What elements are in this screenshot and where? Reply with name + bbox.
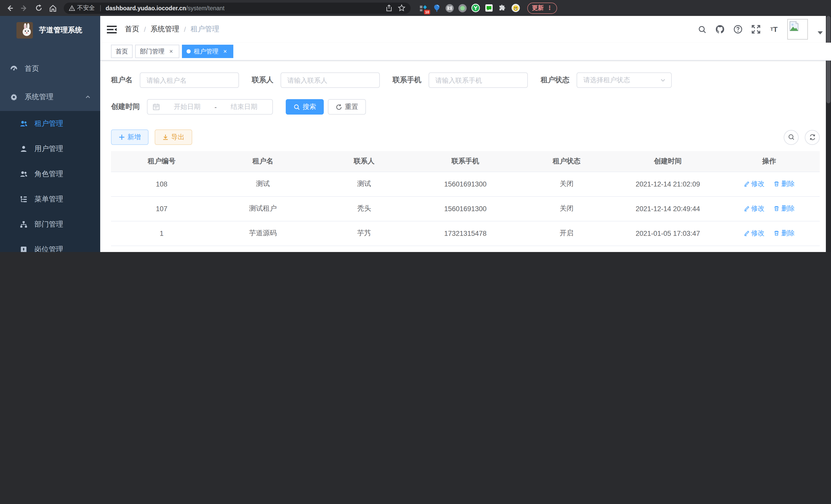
user-menu-caret-icon[interactable] xyxy=(818,31,823,34)
badge-icon xyxy=(20,245,28,252)
edit-icon xyxy=(743,230,749,236)
user-icon xyxy=(20,145,28,153)
extension-command-icon[interactable] xyxy=(446,4,454,12)
breadcrumb-home[interactable]: 首页 xyxy=(125,25,139,34)
breadcrumb: 首页 / 系统管理 / 租户管理 xyxy=(125,25,220,34)
delete-link[interactable]: 删除 xyxy=(774,229,795,238)
tenant-name-label: 租户名 xyxy=(111,76,133,85)
table-row: 107 测试租户 秃头 15601691300 关闭 2021-12-14 20… xyxy=(111,196,820,221)
header-search-icon[interactable] xyxy=(697,25,707,34)
navbar: 首页 / 系统管理 / 租户管理 TT xyxy=(100,16,831,42)
extension-yudao-icon[interactable] xyxy=(471,4,480,12)
font-size-icon[interactable]: TT xyxy=(769,25,779,34)
delete-link[interactable]: 删除 xyxy=(774,179,795,188)
browser-back-icon[interactable] xyxy=(4,2,16,13)
breadcrumb-current: 租户管理 xyxy=(191,25,220,34)
bookmark-star-icon[interactable] xyxy=(398,4,405,12)
col-tenant-name: 租户名 xyxy=(212,151,314,172)
close-icon[interactable]: × xyxy=(168,48,175,55)
avatar[interactable] xyxy=(787,19,808,39)
sidebar-collapse-icon[interactable] xyxy=(106,24,117,34)
users-icon xyxy=(20,170,28,178)
edit-icon xyxy=(743,181,749,187)
logo-image xyxy=(17,22,33,38)
sidebar-item-dept[interactable]: 部门管理 xyxy=(0,212,100,237)
col-tenant-id: 租户编号 xyxy=(111,151,212,172)
reset-button[interactable]: 重置 xyxy=(328,99,366,115)
extension-puzzle-icon[interactable] xyxy=(498,4,507,12)
tab-home[interactable]: 首页 xyxy=(111,45,133,58)
system-submenu: 租户管理 用户管理 角色管理 菜单管理 xyxy=(0,111,100,252)
page-content: 租户名 联系人 联系手机 租户状态 请选择租户状态 xyxy=(100,61,831,252)
browser-forward-icon[interactable] xyxy=(19,2,30,13)
browser-reload-icon[interactable] xyxy=(33,2,44,13)
sidebar-item-home[interactable]: 首页 xyxy=(0,55,100,83)
browser-extensions: 10 xyxy=(419,4,520,12)
plus-icon xyxy=(119,134,125,140)
mobile-input[interactable] xyxy=(429,72,528,88)
refresh-icon xyxy=(336,103,342,110)
browser-menu-dots-icon[interactable]: ⋮ xyxy=(547,5,552,11)
breadcrumb-system[interactable]: 系统管理 xyxy=(150,25,179,34)
start-date-placeholder: 开始日期 xyxy=(164,102,210,112)
col-contact: 联系人 xyxy=(314,151,415,172)
share-icon[interactable] xyxy=(385,4,393,11)
edit-link[interactable]: 修改 xyxy=(743,204,765,213)
github-icon[interactable] xyxy=(715,25,725,34)
trash-icon xyxy=(774,206,780,212)
sidebar-item-post[interactable]: 岗位管理 xyxy=(0,237,100,252)
refresh-table-button[interactable] xyxy=(805,130,820,145)
trash-icon xyxy=(774,181,780,187)
fullscreen-icon[interactable] xyxy=(751,25,761,34)
sidebar-item-menu[interactable]: 菜单管理 xyxy=(0,186,100,212)
extension-emoji-icon[interactable] xyxy=(511,4,520,12)
sidebar-item-tenant[interactable]: 租户管理 xyxy=(0,111,100,136)
active-tab-dot xyxy=(187,49,191,53)
browser-home-icon[interactable] xyxy=(47,2,59,13)
status-select[interactable]: 请选择租户状态 xyxy=(577,72,672,88)
delete-link[interactable]: 删除 xyxy=(774,204,795,213)
sidebar-menu: 首页 系统管理 租户管理 用户管理 xyxy=(0,55,100,252)
sidebar: 芋道管理系统 首页 系统管理 租户管理 xyxy=(0,16,100,252)
col-status: 租户状态 xyxy=(516,151,617,172)
omnibox-divider xyxy=(100,5,101,11)
extension-tabs-icon[interactable]: 10 xyxy=(419,4,428,12)
contact-input[interactable] xyxy=(281,72,380,88)
extension-badge: 10 xyxy=(424,10,430,14)
extension-recorder-icon[interactable] xyxy=(458,4,467,12)
app-title: 芋道管理系统 xyxy=(39,25,82,35)
refresh-icon xyxy=(809,134,816,141)
edit-link[interactable]: 修改 xyxy=(743,229,765,238)
sidebar-logo[interactable]: 芋道管理系统 xyxy=(0,16,100,44)
filter-row-2: 创建时间 开始日期 - 结束日期 搜索 xyxy=(111,99,820,115)
mobile-label: 联系手机 xyxy=(393,76,422,85)
download-icon xyxy=(163,134,169,140)
col-actions: 操作 xyxy=(718,151,820,172)
edit-icon xyxy=(743,206,749,212)
export-button[interactable]: 导出 xyxy=(155,129,192,145)
tab-dept[interactable]: 部门管理 × xyxy=(135,45,179,58)
search-icon xyxy=(293,103,300,110)
tab-tenant[interactable]: 租户管理 × xyxy=(182,45,233,58)
extension-chat-icon[interactable] xyxy=(485,4,493,12)
edit-link[interactable]: 修改 xyxy=(743,179,765,188)
col-create-time: 创建时间 xyxy=(617,151,718,172)
tenant-name-input[interactable] xyxy=(140,72,239,88)
sidebar-item-system[interactable]: 系统管理 xyxy=(0,83,100,111)
security-warning[interactable]: 不安全 xyxy=(69,4,95,12)
search-button[interactable]: 搜索 xyxy=(286,99,324,115)
broken-image-icon xyxy=(790,21,799,31)
extension-balloon-icon[interactable] xyxy=(432,4,441,12)
browser-update-button[interactable]: 更新 ⋮ xyxy=(527,2,557,13)
tree-list-icon xyxy=(20,195,28,203)
sidebar-item-user[interactable]: 用户管理 xyxy=(0,136,100,161)
sidebar-item-role[interactable]: 角色管理 xyxy=(0,161,100,186)
show-search-toggle-button[interactable] xyxy=(784,130,799,145)
help-icon[interactable] xyxy=(733,25,743,34)
close-icon[interactable]: × xyxy=(222,48,229,55)
create-time-range-picker[interactable]: 开始日期 - 结束日期 xyxy=(147,99,273,115)
table-row: 1 芋道源码 芋艿 17321315478 开启 2021-01-05 17:0… xyxy=(111,221,820,245)
address-bar[interactable]: 不安全 dashboard.yudao.iocoder.cn/system/te… xyxy=(64,2,411,13)
add-button[interactable]: 新增 xyxy=(111,129,148,145)
chevron-up-icon xyxy=(85,94,91,100)
